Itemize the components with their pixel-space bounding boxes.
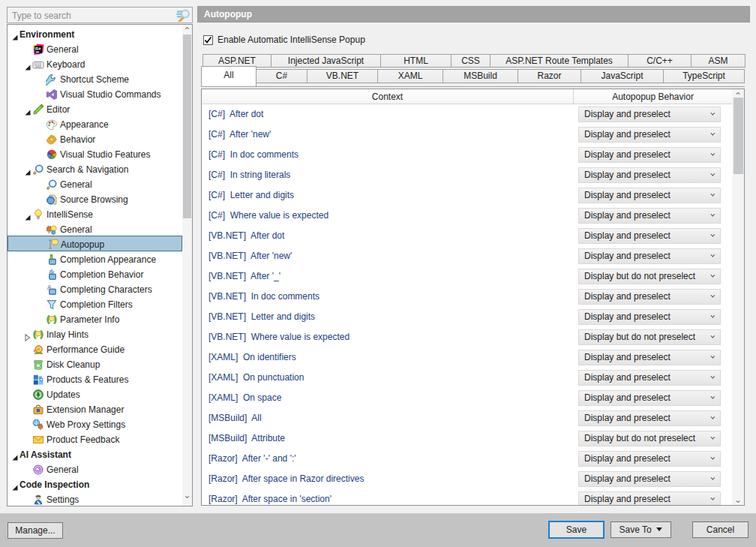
- svg-text:R#: R#: [35, 47, 41, 51]
- svg-text:A: A: [47, 284, 52, 291]
